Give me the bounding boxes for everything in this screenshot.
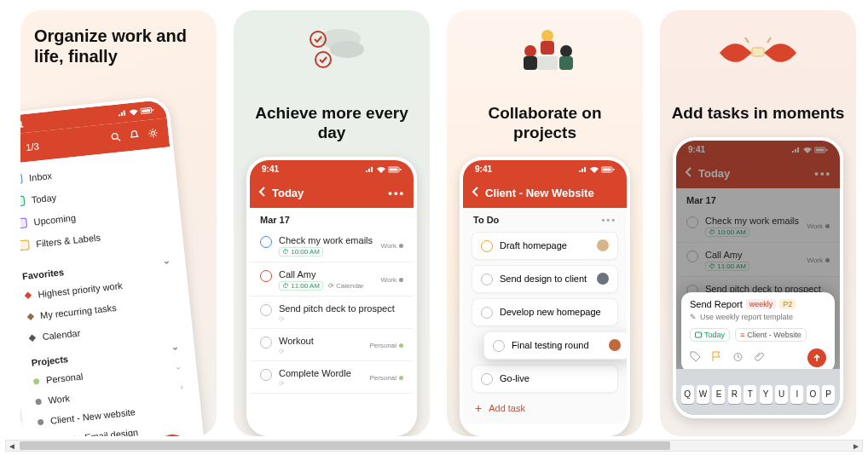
- phone-mock-4: 9:41 Today ••• Mar 17 Check my w: [673, 137, 843, 418]
- task-checkbox[interactable]: [260, 304, 272, 316]
- task-row[interactable]: Complete Wordle⟳Personal: [250, 361, 414, 394]
- task-project-tag: Work: [380, 276, 403, 284]
- keyboard-key[interactable]: Q: [681, 385, 694, 404]
- submit-button[interactable]: [807, 348, 826, 367]
- phone-mock-3: 9:41 Client - New Website To Do ••• Draf…: [460, 157, 630, 436]
- task-card[interactable]: Draft homepage: [472, 232, 618, 260]
- task-checkbox[interactable]: [260, 337, 272, 348]
- reminder-icon[interactable]: [732, 351, 744, 364]
- status-time: 9:41: [20, 119, 24, 130]
- task-meta: ⏱ 10:00 AM: [279, 247, 373, 256]
- task-name: Call Amy: [279, 269, 373, 279]
- svg-point-15: [524, 45, 536, 57]
- keyboard-key[interactable]: E: [712, 385, 725, 404]
- task-checkbox[interactable]: [260, 236, 272, 248]
- projects-header: Projects: [31, 354, 68, 367]
- card-name: Develop new homepage: [500, 307, 601, 317]
- task-card[interactable]: Go-live: [472, 365, 618, 393]
- task-name: Workout: [279, 336, 362, 346]
- task-project-tag: Personal: [369, 342, 403, 349]
- section-more-icon[interactable]: •••: [601, 215, 616, 225]
- task-meta: ⟳: [279, 380, 362, 388]
- priority-chip[interactable]: P2: [779, 299, 796, 309]
- keyboard-key[interactable]: P: [822, 385, 835, 404]
- task-meta: ⟳: [279, 315, 403, 323]
- more-icon[interactable]: •••: [388, 187, 405, 199]
- task-checkbox[interactable]: [493, 340, 505, 352]
- svg-line-5: [118, 138, 120, 141]
- back-icon[interactable]: [472, 187, 480, 199]
- nav-icon: [20, 217, 27, 228]
- task-card[interactable]: Final testing round: [483, 331, 630, 360]
- task-row[interactable]: Workout⟳Personal: [250, 329, 414, 361]
- project-pill[interactable]: ≡ Client - Website: [735, 328, 807, 342]
- label-icon[interactable]: [690, 351, 701, 364]
- status-signals-icon: [579, 166, 615, 173]
- nav-label: Today: [31, 193, 56, 205]
- template-suggestion[interactable]: Use weekly report template: [700, 313, 793, 321]
- back-icon[interactable]: [258, 187, 267, 199]
- status-time: 9:41: [262, 164, 279, 174]
- project-title: Client - New Website: [485, 187, 594, 199]
- quick-add-sheet[interactable]: Send Report weekly P2 ✎ Use weekly repor…: [681, 292, 835, 372]
- task-row[interactable]: Check my work emails⏱ 10:00 AMWork: [250, 228, 414, 262]
- phone-mock-1: 9:41 1/3 InboxTodayUpcomingFilters & Lab…: [20, 95, 206, 436]
- gear-icon[interactable]: [148, 128, 159, 141]
- project-color-dot: [33, 377, 40, 384]
- keyboard-key[interactable]: T: [744, 385, 756, 404]
- svg-point-4: [112, 133, 118, 139]
- svg-rect-18: [541, 41, 554, 55]
- keyboard-key[interactable]: Y: [760, 385, 773, 404]
- recurrence-chip[interactable]: weekly: [746, 299, 777, 309]
- promo-panel-1: Organize work and life, finally 9:41 1/3: [20, 10, 217, 436]
- svg-rect-20: [559, 56, 573, 70]
- task-card[interactable]: Develop new homepage: [472, 298, 618, 326]
- scroll-right-arrow[interactable]: ►: [850, 441, 862, 451]
- svg-rect-24: [752, 48, 764, 56]
- bell-icon[interactable]: [129, 130, 140, 142]
- task-checkbox[interactable]: [481, 373, 493, 385]
- assignee-avatar: [597, 273, 609, 285]
- keyboard-key[interactable]: R: [728, 385, 741, 404]
- scroll-left-arrow[interactable]: ◄: [6, 441, 18, 451]
- nav-icon: [20, 195, 26, 206]
- task-checkbox[interactable]: [260, 369, 272, 381]
- task-card[interactable]: Send design to client: [472, 265, 618, 293]
- view-title: Today: [272, 187, 304, 199]
- task-checkbox[interactable]: [481, 307, 493, 319]
- task-name: Complete Wordle: [279, 368, 362, 378]
- status-time: 9:41: [475, 164, 492, 174]
- nav-icon: [20, 239, 30, 251]
- add-task-link[interactable]: + Add task: [463, 393, 627, 423]
- assignee-avatar: [609, 339, 621, 351]
- task-checkbox[interactable]: [481, 240, 493, 252]
- svg-rect-22: [603, 168, 611, 170]
- keyboard[interactable]: QWERTYUIOP: [676, 369, 840, 415]
- headline-4: Add tasks in moments: [672, 104, 845, 124]
- horizontal-scrollbar[interactable]: ◄ ►: [5, 440, 863, 452]
- attach-icon[interactable]: [754, 351, 765, 364]
- keyboard-key[interactable]: W: [697, 385, 709, 404]
- svg-point-19: [560, 45, 572, 57]
- date-header: Mar 17: [250, 208, 414, 228]
- flag-icon[interactable]: [711, 351, 722, 364]
- task-row[interactable]: Call Amy⏱ 11:00 AM⟳ CalendarWork: [250, 262, 414, 297]
- task-row[interactable]: Send pitch deck to prospect⟳: [250, 297, 414, 329]
- favorite-label: My recurring tasks: [39, 302, 117, 320]
- task-checkbox[interactable]: [260, 270, 272, 282]
- search-icon[interactable]: [110, 131, 121, 144]
- svg-line-25: [745, 37, 749, 43]
- chevron-down-icon[interactable]: ⌄: [162, 255, 171, 267]
- card-name: Send design to client: [500, 274, 587, 284]
- task-checkbox[interactable]: [481, 274, 493, 285]
- due-date-pill[interactable]: Today: [690, 328, 730, 342]
- keyboard-key[interactable]: O: [807, 385, 819, 404]
- keyboard-key[interactable]: I: [790, 385, 803, 404]
- screenshot-gallery[interactable]: Organize work and life, finally 9:41 1/3: [0, 0, 868, 440]
- chevron-down-icon[interactable]: ⌄: [171, 342, 179, 354]
- svg-rect-23: [613, 169, 615, 170]
- scrollbar-thumb[interactable]: [20, 441, 670, 450]
- compose-task-name[interactable]: Send Report: [690, 299, 743, 309]
- svg-point-17: [541, 30, 553, 42]
- keyboard-key[interactable]: U: [775, 385, 788, 404]
